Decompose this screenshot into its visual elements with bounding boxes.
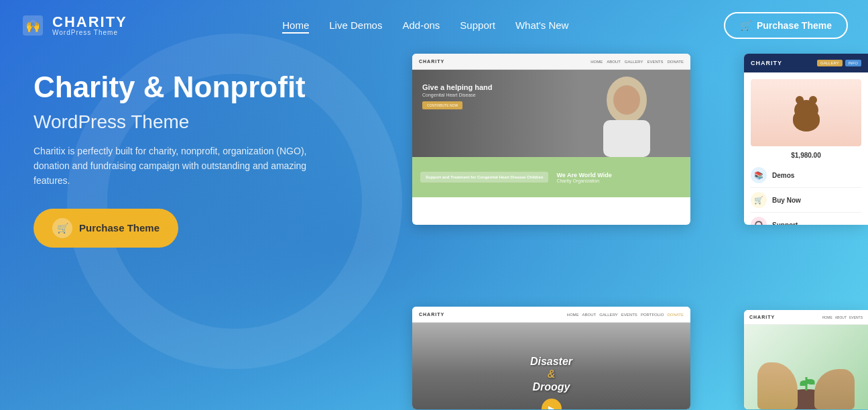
medical-demo-card[interactable]: CHARITY HOME ABOUT GALLERY EVENTS DONATE… (412, 54, 690, 225)
seedling-graphic (805, 377, 807, 391)
hero-cart-icon: 🛒 (52, 218, 72, 238)
screenshots-area: CHARITY HOME ABOUT GALLERY EVENTS DONATE… (412, 54, 868, 409)
brc-nav-links: HOME ABOUT EVENTS (822, 315, 863, 319)
buy-icon: 🛒 (751, 192, 767, 208)
svg-point-4 (613, 85, 640, 115)
medical-card-bottom-left: Support and Treatment for Congenital Hea… (420, 172, 548, 183)
nav-item-demos[interactable]: Live Demos (329, 19, 382, 32)
nav-link-support[interactable]: Support (460, 19, 495, 31)
panel-logo: CHARITY (751, 60, 782, 66)
person-silhouette (576, 73, 677, 157)
medical-card-navbar: CHARITY HOME ABOUT GALLERY EVENTS DONATE (412, 54, 690, 70)
hands-graphic (744, 356, 868, 409)
purchase-label-nav: Purchase Theme (757, 20, 832, 31)
cart-icon: 🛒 (740, 20, 751, 31)
demos-icon: 📚 (751, 167, 767, 183)
nav-link-whatsnew[interactable]: What's New (515, 19, 569, 31)
disaster-card-hero: Disaster & Droogy ▶ (412, 323, 690, 409)
disaster-title-text: Disaster & Droogy (530, 355, 572, 394)
hero-title: Charity & Nonprofit (34, 70, 315, 105)
hand-right (814, 369, 855, 409)
medical-demo-wrapper: CHARITY HOME ABOUT GALLERY EVENTS DONATE… (412, 54, 690, 225)
nav-item-home[interactable]: Home (282, 19, 309, 32)
hero-subtitle: WordPress Theme (34, 111, 315, 133)
medical-card-title: Give a helping hand (422, 83, 493, 91)
bear-graphic (790, 95, 823, 132)
logo-text: CHARITY WordPress Theme (52, 15, 127, 36)
donate-circle: ▶ (542, 399, 562, 409)
panel-price: $1,980.00 (751, 152, 861, 159)
medical-card-nav-links: HOME ABOUT GALLERY EVENTS DONATE (591, 60, 684, 64)
side-panel: CHARITY GALLERY INFO $1,980.00 📚 (744, 54, 868, 225)
panel-peach-bg (751, 79, 861, 146)
logo-icon: 🙌 (20, 13, 46, 38)
bottom-right-card: CHARITY HOME ABOUT EVENTS (744, 310, 868, 409)
brc-logo: CHARITY (749, 315, 775, 319)
nav-link-addons[interactable]: Add-ons (402, 19, 440, 31)
disaster-title: Disaster & Droogy (530, 355, 572, 394)
logo[interactable]: 🙌 CHARITY WordPress Theme (20, 13, 127, 38)
nav-links: Home Live Demos Add-ons Support What's N… (282, 19, 568, 32)
nav-item-support[interactable]: Support (460, 19, 495, 32)
nav-item-addons[interactable]: Add-ons (402, 19, 440, 32)
panel-menu: 📚 Demos 🛒 Buy Now 🎧 Support (751, 163, 861, 225)
panel-header: CHARITY GALLERY INFO (744, 54, 868, 72)
panel-btn-group: GALLERY INFO (817, 60, 861, 66)
medical-card-cta: CONTRIBUTE NOW (422, 101, 462, 109)
purchase-button-nav[interactable]: 🛒 Purchase Theme (724, 12, 848, 39)
nav-item-whatsnew[interactable]: What's New (515, 19, 569, 32)
brc-navbar: CHARITY HOME ABOUT EVENTS (744, 310, 868, 325)
buy-label: Buy Now (772, 197, 801, 204)
hero-cta-label: Purchase Theme (79, 222, 160, 234)
hand-left (757, 362, 798, 409)
nav-link-home[interactable]: Home (282, 19, 309, 34)
navbar: 🙌 CHARITY WordPress Theme Home Live Demo… (0, 0, 868, 50)
medical-card-bottom-right: We Are World Wide Charity Organization (556, 172, 611, 183)
medical-card-bottom: Support and Treatment for Congenital Hea… (412, 157, 690, 197)
panel-menu-item-demos[interactable]: 📚 Demos (751, 163, 861, 188)
support-label: Support (772, 221, 798, 225)
hero-description: Charitix is perfectly built for charity,… (34, 144, 315, 189)
panel-content: $1,980.00 📚 Demos 🛒 Buy Now 🎧 Support (744, 72, 868, 225)
brand-tagline: WordPress Theme (52, 30, 127, 36)
panel-menu-item-support[interactable]: 🎧 Support (751, 213, 861, 225)
disaster-demo-wrapper: CHARITY HOME ABOUT GALLERY EVENTS PORTFO… (412, 307, 690, 409)
disaster-card-navbar: CHARITY HOME ABOUT GALLERY EVENTS PORTFO… (412, 307, 690, 323)
hero-content: Charity & Nonprofit WordPress Theme Char… (0, 50, 349, 248)
medical-card-hero: Give a helping hand Congenital Heart Dis… (412, 70, 690, 157)
info-btn: INFO (845, 60, 861, 66)
bottom-left-text: Support and Treatment for Congenital Hea… (426, 175, 543, 179)
support-icon: 🎧 (751, 217, 767, 225)
gallery-btn: GALLERY (817, 60, 843, 66)
panel-menu-item-buy[interactable]: 🛒 Buy Now (751, 188, 861, 213)
disaster-demo-card[interactable]: CHARITY HOME ABOUT GALLERY EVENTS PORTFO… (412, 307, 690, 409)
demos-label: Demos (772, 172, 794, 179)
nav-link-demos[interactable]: Live Demos (329, 19, 382, 31)
purchase-button-hero[interactable]: 🛒 Purchase Theme (34, 209, 178, 248)
disaster-nav-items: HOME ABOUT GALLERY EVENTS PORTFOLIO DONA… (567, 313, 684, 317)
brc-content (744, 325, 868, 409)
nav-right: 🛒 Purchase Theme (724, 12, 848, 39)
svg-text:🙌: 🙌 (25, 19, 41, 34)
brand-name: CHARITY (52, 15, 127, 30)
svg-rect-3 (603, 120, 650, 157)
medical-card-logo: CHARITY (419, 59, 444, 64)
medical-card-hero-text: Give a helping hand Congenital Heart Dis… (422, 83, 493, 109)
medical-card-subtitle: Congenital Heart Disease (422, 93, 493, 97)
bear-body (793, 110, 820, 132)
